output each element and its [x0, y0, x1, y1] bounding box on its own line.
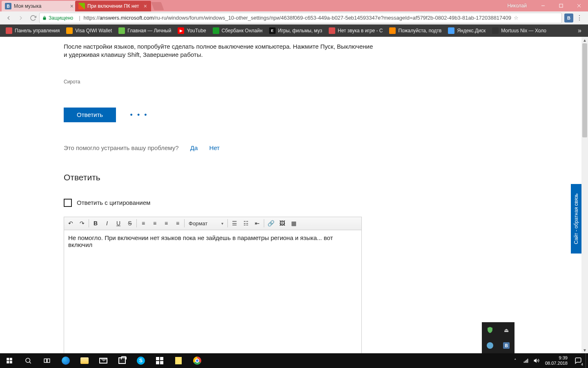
close-tab-icon[interactable]: ×	[70, 3, 74, 9]
chrome-profile-name[interactable]: Николай	[507, 3, 527, 9]
bookmarks-overflow-button[interactable]: »	[574, 27, 586, 34]
align-left-button[interactable]: ≡	[138, 218, 149, 229]
scroll-thumb[interactable]	[582, 43, 587, 137]
action-center-button[interactable]: 4	[571, 353, 586, 368]
taskbar-notes[interactable]	[169, 353, 188, 368]
secure-label: Защищено	[49, 15, 73, 21]
quote-checkbox[interactable]	[64, 199, 72, 207]
taskbar-explorer[interactable]	[75, 353, 94, 368]
page-viewport: После настройки языков, попробуйте сдела…	[0, 37, 581, 353]
start-button[interactable]	[0, 353, 19, 368]
helpful-yes-link[interactable]: Да	[190, 144, 198, 151]
reply-heading: Ответить	[64, 173, 581, 182]
bookmark-item[interactable]: Яндекс.Диск	[445, 25, 489, 37]
reload-button[interactable]	[27, 12, 39, 24]
minimize-button[interactable]	[534, 0, 552, 11]
helpful-prompt: Это помогло устранить вашу проблему? Да …	[64, 144, 581, 151]
url-input[interactable]: Защищено | https://answers.microsoft.com…	[39, 13, 562, 23]
bookmark-item[interactable]: Mortuus Nix — Холо	[489, 25, 550, 37]
align-center-button[interactable]: ≡	[149, 218, 160, 229]
scroll-down-icon[interactable]: ▼	[581, 347, 588, 353]
bookmark-item[interactable]: EИгры, фильмы, муз	[266, 25, 325, 37]
show-desktop-button[interactable]	[586, 353, 588, 368]
tab-1[interactable]: B Моя музыка ×	[2, 1, 78, 11]
svg-rect-4	[7, 358, 9, 360]
task-view-button[interactable]	[38, 353, 56, 368]
volume-icon[interactable]	[531, 353, 542, 368]
tab-2-title: При включении ПК нет	[87, 3, 141, 9]
vertical-scrollbar[interactable]: ▲ ▼	[581, 37, 588, 353]
bookmark-item[interactable]: Нет звука в игре - С	[325, 25, 386, 37]
align-right-button[interactable]: ≡	[160, 218, 172, 229]
close-window-button[interactable]	[570, 0, 588, 11]
image-button[interactable]: 🖼	[276, 218, 288, 229]
page-content: После настройки языков, попробуйте сдела…	[0, 43, 581, 353]
close-tab-icon[interactable]: ×	[144, 3, 147, 9]
taskbar-store[interactable]	[150, 353, 169, 368]
bookmark-item[interactable]: Пожалуйста, подтв	[386, 25, 445, 37]
new-tab-button[interactable]	[151, 2, 164, 10]
ms-favicon	[78, 3, 85, 9]
tray-vk-icon[interactable]: B	[502, 341, 510, 350]
extension-vk-icon[interactable]: B	[564, 13, 573, 22]
editor-textarea[interactable]: Не помогло. При включении нет языков пок…	[64, 230, 361, 354]
outdent-button[interactable]: ⇤	[252, 218, 263, 229]
chrome-menu-button[interactable]: ⋮	[573, 14, 586, 22]
taskbar-edge[interactable]	[56, 353, 75, 368]
svg-rect-14	[526, 360, 527, 363]
bookmark-star-icon[interactable]: ☆	[514, 15, 519, 21]
scroll-up-icon[interactable]: ▲	[581, 37, 588, 43]
maximize-button[interactable]	[552, 0, 570, 11]
bookmarks-bar: Панель управления Visa QIWI Wallet Главн…	[0, 25, 588, 37]
taskbar-right: ˄ 9:39 08.07.2018 4	[510, 353, 588, 368]
bookmark-item[interactable]: Панель управления	[2, 25, 63, 37]
taskbar-clock[interactable]: 9:39 08.07.2018	[542, 355, 571, 366]
align-justify-button[interactable]: ≡	[172, 218, 183, 229]
format-dropdown[interactable]: Формат▾	[185, 218, 227, 229]
network-icon[interactable]	[521, 353, 531, 368]
tab-1-title: Моя музыка	[14, 3, 68, 9]
lock-icon: Защищено	[42, 15, 73, 21]
svg-marker-16	[534, 359, 536, 362]
tab-2-active[interactable]: При включении ПК нет ×	[75, 1, 151, 11]
address-bar: Защищено | https://answers.microsoft.com…	[0, 11, 588, 25]
taskbar-mail[interactable]	[94, 353, 113, 368]
strike-button[interactable]: S	[124, 218, 136, 229]
quote-checkbox-row[interactable]: Ответить с цитированием	[64, 199, 581, 207]
back-button[interactable]	[2, 12, 15, 24]
table-button[interactable]: ▦	[288, 218, 299, 229]
link-button[interactable]: 🔗	[265, 218, 276, 229]
bookmark-item[interactable]: Главная — Личный	[115, 25, 174, 37]
bold-button[interactable]: B	[90, 218, 101, 229]
svg-rect-15	[527, 359, 528, 363]
undo-button[interactable]: ↶	[65, 218, 76, 229]
svg-rect-1	[559, 4, 563, 7]
reply-button[interactable]: Ответить	[64, 108, 116, 122]
search-button[interactable]	[19, 353, 38, 368]
answer-signature: Сирота	[64, 79, 581, 85]
quote-checkbox-label: Ответить с цитированием	[77, 199, 150, 206]
taskbar: S ˄ 9:39 08.07.2018 4	[0, 353, 588, 368]
feedback-tab[interactable]: Сайт - обратная связь	[571, 184, 581, 254]
more-actions-button[interactable]: • • •	[130, 111, 148, 119]
forward-button[interactable]	[15, 12, 27, 24]
taskbar-movies[interactable]	[113, 353, 131, 368]
list-ol-button[interactable]: ☷	[240, 218, 252, 229]
bookmark-item[interactable]: Visa QIWI Wallet	[63, 25, 115, 37]
svg-rect-10	[44, 359, 47, 363]
helpful-no-link[interactable]: Нет	[209, 144, 220, 151]
tray-defender-icon[interactable]	[486, 326, 494, 334]
vk-favicon: B	[5, 3, 11, 9]
redo-button[interactable]: ↷	[76, 218, 88, 229]
list-ul-button[interactable]: ☰	[229, 218, 240, 229]
tray-usb-icon[interactable]: ⏏	[502, 326, 510, 334]
taskbar-skype[interactable]: S	[131, 353, 150, 368]
svg-rect-12	[524, 361, 525, 363]
tray-app-icon[interactable]	[486, 341, 494, 350]
underline-button[interactable]: U	[113, 218, 124, 229]
bookmark-item[interactable]: Сбербанк Онлайн	[209, 25, 266, 37]
bookmark-item[interactable]: ▶YouTube	[174, 25, 209, 37]
taskbar-chrome[interactable]	[188, 353, 207, 368]
italic-button[interactable]: I	[101, 218, 113, 229]
tray-expand-icon[interactable]: ˄	[510, 353, 521, 368]
